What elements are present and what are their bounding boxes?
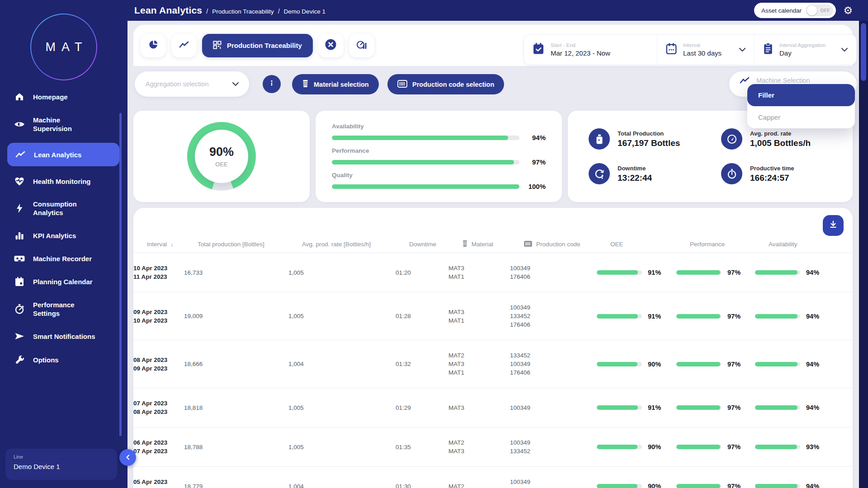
send-icon [14,331,25,341]
calendar-check-icon [532,42,545,57]
column-header-total-production: Total production [Bottles] [198,241,302,248]
asset-calendar-label: Asset calendar [761,7,802,14]
performance-bar-group: Performance 97% [332,147,546,166]
performance-bar [676,445,722,449]
toggle-switch[interactable]: OFF [806,5,833,16]
bolt-icon [14,203,25,214]
sidebar-item-performance-settings[interactable]: Performance Settings [0,297,127,321]
bottle-icon [589,128,610,150]
column-header-availability: Availability [769,241,853,248]
sidebar-item-options[interactable]: Options [0,351,127,369]
column-header-avg-prod-rate: Avg. prod. rate [Bottles/h] [302,241,409,248]
cell-codes: 100349176406 [510,264,597,281]
machine-selection-menu: Filler Capper [747,84,855,128]
interval-control[interactable]: Interval Last 30 days [657,35,754,65]
interval-aggregation-control[interactable]: Interval Aggregation Day [754,35,856,65]
performance-bar [676,314,722,319]
column-header-production-code: Production code [524,240,610,249]
oee-bar [597,270,642,275]
oee-bar [597,314,642,319]
trend-icon [14,150,26,159]
availability-bar [755,484,800,488]
cell-downtime: 01:35 [396,444,448,450]
kpi-row: 90% OEE Availability 94% Performance [133,111,853,202]
trend-icon [739,76,750,87]
download-button[interactable] [823,215,844,236]
date-range-control[interactable]: Start - End Mar 12, 2023 - Now [524,35,657,65]
sidebar-item-consumption-analytics[interactable]: Consumption Analytics [0,196,127,221]
gear-icon[interactable]: ⚙ [843,5,853,16]
breadcrumb-item-production-traceability[interactable]: Production Traceability [212,8,274,15]
pie-chart-icon [148,39,159,52]
oee-bar [597,484,642,488]
trend-view-button[interactable] [171,34,197,57]
cell-rate: 1,005 [288,313,396,319]
table-row: 09 Apr 202310 Apr 202319,0091,00501:28MA… [133,292,853,340]
table-body: 10 Apr 202311 Apr 202316,7331,00501:20MA… [133,253,853,488]
availability-bar [755,362,800,366]
cell-oee: 91% [597,313,676,320]
topbar: Lean Analytics / Production Traceability… [0,0,868,21]
chevron-down-icon [841,46,848,54]
total-production-stat: Total Production 167,197 Bottles [574,122,707,156]
oee-label: OEE [215,161,227,168]
table-row: 08 Apr 202309 Apr 202318,6661,00401:32MA… [133,340,853,388]
cell-oee: 90% [597,361,676,368]
sidebar-item-planning-calendar[interactable]: Planning Calendar [0,273,127,291]
trend-icon [179,40,189,51]
stopwatch-icon [14,304,25,314]
clipboard-icon [763,42,774,57]
close-view-button[interactable] [318,34,344,57]
interval-label: Interval [683,42,722,48]
cell-downtime: 01:28 [396,313,448,319]
toggle-knob [807,5,817,15]
asset-calendar-toggle[interactable]: Asset calendar OFF [754,3,836,18]
cell-rate: 1,005 [288,269,396,276]
cell-materials: MAT3MAT1 [448,264,510,281]
gauge-report-button[interactable] [349,34,374,57]
download-icon [828,220,838,231]
cell-downtime: 01:29 [396,404,448,411]
material-icon [302,80,309,89]
production-traceability-tab[interactable]: Production Traceability [202,34,313,57]
sidebar-item-machine-recorder[interactable]: Machine Recorder [0,250,127,267]
oee-bar [597,405,642,410]
info-button[interactable] [263,75,281,93]
cell-oee: 90% [597,483,676,488]
availability-bar [755,314,800,319]
production-code-selection-button[interactable]: Production code selection [387,74,504,94]
sidebar-scrollbar[interactable] [119,113,122,436]
selection-filters: Aggregation selection Material selection… [133,71,853,97]
chevron-left-icon [125,454,131,462]
menu-option-capper[interactable]: Capper [747,106,855,128]
aggregation-selection-dropdown[interactable]: Aggregation selection [135,71,249,97]
column-header-interval[interactable]: Interval ↓ [147,241,198,248]
chevron-down-icon [232,80,239,88]
logo: MAT [30,14,97,80]
device-selector[interactable]: Line Demo Device 1 [5,449,117,480]
cell-performance: 97% [676,361,755,368]
chevron-down-icon [739,46,746,54]
cell-oee: 91% [597,269,676,276]
qr-grid-icon [213,41,222,51]
column-header-material: Material [462,240,524,249]
menu-option-filler[interactable]: Filler [747,84,855,106]
page-scrollbar-thumb[interactable] [861,23,866,81]
table-row: 10 Apr 202311 Apr 202316,7331,00501:20MA… [133,253,853,292]
cell-interval: 10 Apr 202311 Apr 2023 [133,264,184,281]
sidebar-item-lean-analytics[interactable]: Lean Analytics [7,143,119,166]
breadcrumb-separator: / [278,8,280,15]
sidebar-item-homepage[interactable]: Homepage [0,88,127,106]
sidebar-item-health-monitoring[interactable]: Health Monitoring [0,173,127,190]
interval-value: Last 30 days [683,49,722,57]
material-selection-button[interactable]: Material selection [292,74,379,94]
toggle-state-label: OFF [820,8,830,13]
sidebar-item-smart-notifications[interactable]: Smart Notifications [0,328,127,345]
cell-total: 18,818 [184,404,288,411]
breadcrumb-item-demo-device[interactable]: Demo Device 1 [284,8,326,15]
sidebar-item-kpi-analytics[interactable]: KPI Analytics [0,227,127,244]
pie-chart-view-button[interactable] [141,34,166,57]
sidebar-item-machine-supervision[interactable]: Machine Supervision [0,112,127,136]
table-row: 05 Apr 202306 Apr 202318,7791,00401:30MA… [133,467,853,488]
sidebar-collapse-button[interactable] [119,449,136,466]
